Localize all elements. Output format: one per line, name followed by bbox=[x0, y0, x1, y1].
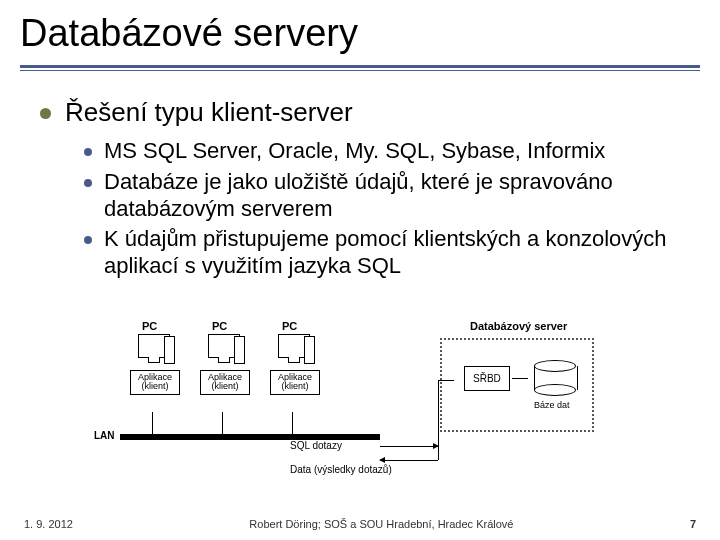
lvl2-text: K údajům přistupujeme pomocí klientských… bbox=[104, 226, 680, 280]
lvl1-text: Řešení typu klient-server bbox=[65, 97, 353, 128]
wire bbox=[152, 412, 153, 434]
app-box: Aplikace (klient) bbox=[200, 370, 250, 395]
pc-label: PC bbox=[142, 320, 157, 332]
pc-icon: Aplikace (klient) bbox=[200, 334, 248, 395]
pc-icon: Aplikace (klient) bbox=[130, 334, 178, 395]
rule-thick bbox=[20, 65, 700, 68]
connector bbox=[438, 380, 454, 381]
pc-label: PC bbox=[282, 320, 297, 332]
wire bbox=[222, 412, 223, 434]
server-title: Databázový server bbox=[470, 320, 567, 332]
bullet-icon bbox=[40, 108, 51, 119]
lvl2-text: MS SQL Server, Oracle, My. SQL, Sybase, … bbox=[104, 138, 605, 165]
slide-title: Databázové servery bbox=[20, 12, 700, 55]
pc-icon: Aplikace (klient) bbox=[270, 334, 318, 395]
lan-label: LAN bbox=[94, 430, 115, 441]
result-label: Data (výsledky dotazů) bbox=[290, 464, 392, 475]
database-icon bbox=[534, 360, 576, 396]
arrow-left-icon bbox=[380, 460, 438, 461]
footer-date: 1. 9. 2012 bbox=[24, 518, 73, 530]
db-caption: Báze dat bbox=[534, 400, 570, 410]
bullet-lvl2: MS SQL Server, Oracle, My. SQL, Sybase, … bbox=[84, 138, 680, 165]
connector bbox=[512, 378, 528, 379]
arrow-right-icon bbox=[380, 446, 438, 447]
footer: 1. 9. 2012 Robert Döring; SOŠ a SOU Hrad… bbox=[0, 518, 720, 530]
bullet-lvl2: K údajům přistupujeme pomocí klientských… bbox=[84, 226, 680, 280]
bullet-icon bbox=[84, 148, 92, 156]
slide: Databázové servery Řešení typu klient-se… bbox=[0, 0, 720, 540]
bullet-lvl1: Řešení typu klient-server bbox=[40, 97, 680, 128]
title-block: Databázové servery bbox=[0, 0, 720, 71]
srbd-box: SŘBD bbox=[464, 366, 510, 391]
page-number: 7 bbox=[690, 518, 696, 530]
lvl2-list: MS SQL Server, Oracle, My. SQL, Sybase, … bbox=[84, 138, 680, 280]
query-label: SQL dotazy bbox=[290, 440, 342, 451]
diagram: PC Aplikace (klient) PC Aplikace (klient… bbox=[130, 320, 600, 480]
wire bbox=[292, 412, 293, 434]
lvl2-text: Databáze je jako uložiště údajů, které j… bbox=[104, 169, 680, 223]
app-box: Aplikace (klient) bbox=[130, 370, 180, 395]
bullet-icon bbox=[84, 179, 92, 187]
wire bbox=[438, 380, 439, 460]
bullet-lvl2: Databáze je jako uložiště údajů, které j… bbox=[84, 169, 680, 223]
body: Řešení typu klient-server MS SQL Server,… bbox=[0, 71, 720, 280]
bullet-icon bbox=[84, 236, 92, 244]
app-box: Aplikace (klient) bbox=[270, 370, 320, 395]
pc-label: PC bbox=[212, 320, 227, 332]
footer-author: Robert Döring; SOŠ a SOU Hradební, Hrade… bbox=[249, 518, 513, 530]
